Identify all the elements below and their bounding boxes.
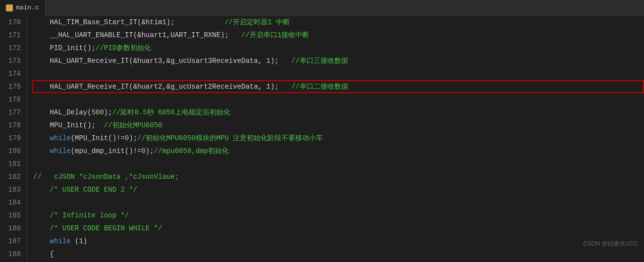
code-line: MPU_Init(); //初始化MPU6050 [33,119,644,132]
code-line [33,157,644,170]
line-number: 182 [4,170,23,183]
code-line: HAL_UART_Receive_IT(&huart2,&g_ucUsart2R… [32,80,644,93]
line-number: 188 [4,248,23,261]
line-number: 177 [4,106,23,119]
code-line: while (1) [33,235,644,248]
line-number: 187 [4,235,23,248]
code-line: __HAL_UART_ENABLE_IT(&huart1,UART_IT_RXN… [33,29,644,42]
editor: main.c 170171172173174175176177178179180… [0,0,644,262]
line-number: 176 [4,93,23,106]
line-number: 172 [4,42,23,54]
line-number: 184 [4,196,23,209]
line-number: 175 [4,80,23,93]
line-number: 179 [4,132,23,145]
line-number: 174 [4,67,23,80]
code-line [33,67,644,80]
code-line: while(mpu_dmp_init()!=0);//mpu6050,dmp初始… [33,145,644,157]
tab-filename: main.c [16,4,39,11]
code-line: /* Infinite loop */ [33,209,644,222]
line-number: 186 [4,222,23,235]
watermark: CSDN @好家伙VCC [583,240,638,248]
tab-bar: main.c [0,0,644,16]
code-line: /* USER CODE BEGIN WHILE */ [33,222,644,235]
code-area: 1701711721731741751761771781791801811821… [0,16,644,262]
code-content[interactable]: HAL_TIM_Base_Start_IT(&htim1); //开启定时器1 … [27,16,644,262]
code-line [33,196,644,209]
code-line: HAL_TIM_Base_Start_IT(&htim1); //开启定时器1 … [33,16,644,29]
line-number: 170 [4,16,23,29]
code-line: /* USER CODE END 2 */ [33,183,644,196]
code-line: while(MPU_Init()!=0);//初始化MPU6050模块的MPU … [33,132,644,145]
code-line: PID_init();//PID参数初始化 [33,42,644,54]
line-number: 181 [4,157,23,170]
code-line: { [33,248,644,261]
code-line: HAL_Delay(500);//延时0.5秒 6050上电稳定后初始化 [33,106,644,119]
file-icon [6,4,13,11]
code-line: // cJSON *cJsonData ,*cJsonVlaue; [33,170,644,183]
line-number: 173 [4,54,23,67]
line-number: 183 [4,183,23,196]
line-number: 185 [4,209,23,222]
tab-main-c[interactable]: main.c [0,0,46,16]
line-number: 180 [4,145,23,157]
line-number: 178 [4,119,23,132]
line-number: 171 [4,29,23,42]
line-numbers: 1701711721731741751761771781791801811821… [0,16,27,262]
code-line [33,93,644,106]
code-line: HAL_UART_Receive_IT(&huart3,&g_ucUsart3R… [33,54,644,67]
